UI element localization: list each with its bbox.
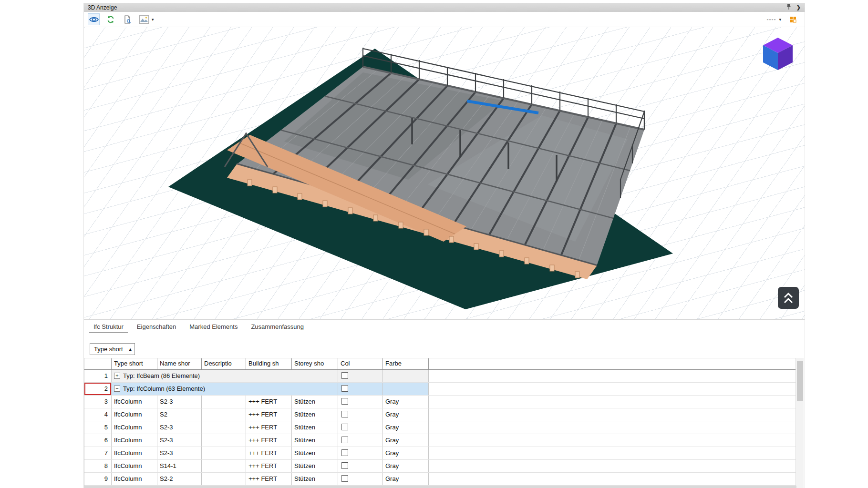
cell-description (202, 421, 246, 434)
row-number: 4 (84, 408, 112, 421)
col-checkbox[interactable] (341, 462, 348, 469)
group-label: Typ: IfcBeam (86 Elemente) (123, 372, 200, 379)
viewport-toolbar: ▾ ---- ▾ (84, 12, 805, 27)
cell-farbe: Gray (383, 421, 429, 434)
cell-name-short: S2-3 (157, 396, 202, 408)
collapse-box-icon[interactable]: − (114, 386, 120, 392)
group-row[interactable]: 2−Typ: IfcColumn (63 Elemente) (84, 383, 796, 396)
tab-marked-elements[interactable]: Marked Elements (183, 320, 244, 334)
tab-ifc-struktur[interactable]: Ifc Struktur (87, 320, 130, 334)
table-row[interactable]: 7IfcColumnS2-3+++ FERTStützenGray (84, 447, 796, 460)
scrollbar-thumb[interactable] (797, 361, 803, 401)
cell-name-short: S2-3 (157, 447, 202, 459)
column-header-farbe[interactable]: Farbe (383, 358, 429, 369)
table-row[interactable]: 9IfcColumnS2-2+++ FERTStützenGray (84, 473, 796, 486)
sort-ascending-icon: ▲ (128, 347, 133, 352)
cell-storey-short: Stützen (292, 447, 338, 459)
table-row[interactable]: 3IfcColumnS2-3+++ FERTStützenGray (84, 396, 796, 408)
expand-box-icon[interactable]: + (114, 373, 120, 379)
cell-type-short: IfcColumn (112, 421, 157, 434)
cell-storey-short: Stützen (292, 434, 338, 447)
col-cell (338, 421, 383, 434)
table-row[interactable]: 8IfcColumnS14-1+++ FERTStützenGray (84, 460, 796, 473)
cell-type-short: IfcColumn (112, 396, 157, 408)
pin-icon[interactable] (786, 3, 791, 11)
column-header-descriptio[interactable]: Descriptio (202, 358, 246, 369)
cell-description (202, 396, 246, 408)
overflow-dashes[interactable]: ---- (766, 16, 776, 23)
sort-button[interactable]: Type short ▲ (90, 343, 135, 355)
cell-type-short: IfcColumn (112, 408, 157, 421)
table-row[interactable]: 4IfcColumnS2+++ FERTStützenGray (84, 408, 796, 421)
column-header-col[interactable]: Col (338, 358, 383, 369)
col-cell (338, 370, 383, 382)
col-checkbox[interactable] (341, 372, 348, 379)
col-checkbox[interactable] (341, 475, 348, 482)
image-dropdown-caret-icon[interactable]: ▾ (152, 17, 154, 22)
cell-farbe: Gray (383, 447, 429, 459)
row-number: 3 (84, 396, 112, 408)
col-checkbox[interactable] (341, 437, 348, 443)
group-label: Typ: IfcColumn (63 Elemente) (123, 385, 205, 392)
export-document-icon[interactable] (121, 13, 133, 25)
col-checkbox[interactable] (341, 398, 348, 405)
visibility-eye-icon[interactable] (88, 13, 100, 25)
column-header-name-shor[interactable]: Name shor (157, 358, 202, 369)
cell-storey-short: Stützen (292, 473, 338, 485)
cell-description (202, 408, 246, 421)
refresh-icon[interactable] (104, 13, 116, 25)
cell-storey-short: Stützen (292, 408, 338, 421)
collapse-panel-icon[interactable]: ❯ (796, 5, 801, 10)
table-body: 1+Typ: IfcBeam (86 Elemente)2−Typ: IfcCo… (84, 370, 796, 486)
cell-description (202, 434, 246, 447)
cell-storey-short: Stützen (292, 421, 338, 434)
image-icon[interactable] (138, 13, 150, 25)
column-header-building-sh[interactable]: Building sh (246, 358, 292, 369)
cell-description (202, 473, 246, 485)
group-cell[interactable]: −Typ: IfcColumn (63 Elemente) (112, 383, 338, 395)
col-checkbox[interactable] (341, 424, 348, 430)
col-cell (338, 447, 383, 459)
cell-description (202, 460, 246, 472)
tab-eigenschaften[interactable]: Eigenschaften (130, 320, 183, 334)
col-checkbox[interactable] (341, 385, 348, 392)
ifc-structure-panel: Type short ▲ Type shortName shorDescript… (84, 334, 805, 488)
tab-zusammenfassung[interactable]: Zusammenfassung (244, 320, 310, 334)
table-row[interactable]: 6IfcColumnS2-3+++ FERTStützenGray (84, 434, 796, 447)
table-row[interactable]: 5IfcColumnS2-3+++ FERTStützenGray (84, 421, 796, 434)
column-header-type-short[interactable]: Type short (112, 358, 157, 369)
col-checkbox[interactable] (341, 449, 348, 456)
col-cell (338, 473, 383, 485)
cell-building-short: +++ FERT (246, 473, 292, 485)
3d-viewport[interactable] (84, 27, 805, 319)
double-chevron-up-button[interactable] (778, 287, 799, 309)
col-checkbox[interactable] (341, 411, 348, 417)
panel-titlebar: 3D Anzeige ❯ (84, 3, 805, 12)
group-cell[interactable]: +Typ: IfcBeam (86 Elemente) (112, 370, 338, 382)
cell-building-short: +++ FERT (246, 447, 292, 459)
cell-type-short: IfcColumn (112, 447, 157, 459)
row-number: 7 (84, 447, 112, 459)
col-cell (338, 408, 383, 421)
overflow-caret-icon[interactable]: ▾ (779, 17, 781, 22)
cell-building-short: +++ FERT (246, 460, 292, 472)
cell-building-short: +++ FERT (246, 434, 292, 447)
group-row[interactable]: 1+Typ: IfcBeam (86 Elemente) (84, 370, 796, 383)
cell-name-short: S14-1 (157, 460, 202, 472)
3d-building-model (84, 27, 805, 319)
column-header-storey-sho[interactable]: Storey sho (292, 358, 338, 369)
cell-building-short: +++ FERT (246, 408, 292, 421)
cell-name-short: S2-2 (157, 473, 202, 485)
navigation-cube[interactable] (761, 37, 795, 73)
cell-building-short: +++ FERT (246, 396, 292, 408)
panel-grid-icon[interactable] (787, 13, 799, 25)
column-header-rownum[interactable] (84, 358, 112, 369)
horizontal-scrollbar[interactable] (84, 486, 796, 488)
panel-title: 3D Anzeige (88, 4, 117, 11)
cell-farbe: Gray (383, 473, 429, 485)
row-number: 2 (84, 383, 112, 395)
cell-farbe: Gray (383, 408, 429, 421)
vertical-scrollbar[interactable] (796, 358, 804, 488)
col-cell (338, 460, 383, 472)
row-number: 8 (84, 460, 112, 472)
